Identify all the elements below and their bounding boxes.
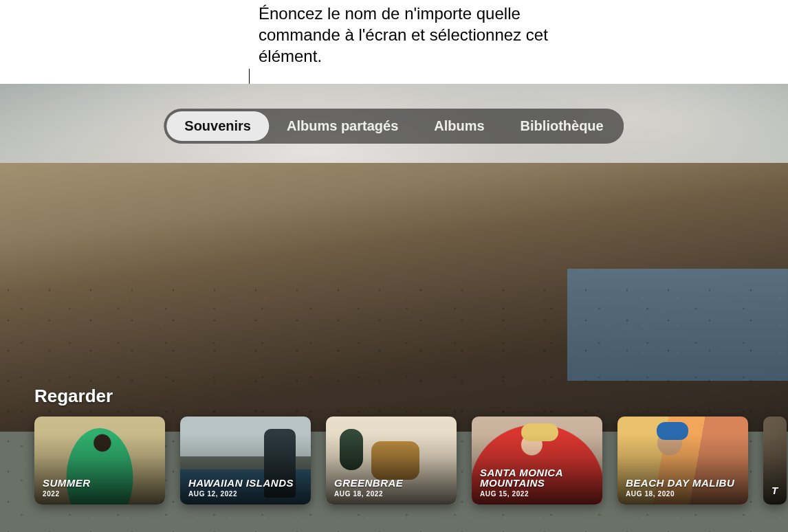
tab-bibliotheque[interactable]: Bibliothèque [503, 111, 622, 141]
memory-meta: GREENBRAE AUG 18, 2022 [334, 478, 450, 498]
memory-date: AUG 18, 2020 [626, 490, 741, 498]
memory-card-hawaiian-islands[interactable]: HAWAIIAN ISLANDS AUG 12, 2022 [180, 417, 311, 505]
memory-date: AUG 15, 2022 [480, 490, 595, 498]
top-tab-bar: Souvenirs Albums partagés Albums Bibliot… [164, 109, 624, 144]
memory-title: T [771, 485, 780, 496]
photos-app-screen: Souvenirs Albums partagés Albums Bibliot… [0, 84, 788, 532]
memory-card-beach-day-malibu[interactable]: BEACH DAY MALIBU AUG 18, 2020 [617, 417, 748, 505]
memory-title: SUMMER [43, 478, 158, 489]
memory-card-greenbrae[interactable]: GREENBRAE AUG 18, 2022 [326, 417, 457, 505]
memory-meta: HAWAIIAN ISLANDS AUG 12, 2022 [188, 478, 304, 498]
tab-albums-partages[interactable]: Albums partagés [269, 111, 416, 141]
shelf-title-regarder: Regarder [34, 386, 113, 407]
memory-title: HAWAIIAN ISLANDS [188, 478, 304, 489]
memory-date: 2022 [43, 490, 158, 498]
memory-meta: SUMMER 2022 [43, 478, 158, 498]
memory-card-santa-monica-mountains[interactable]: SANTA MONICA MOUNTAINS AUG 15, 2022 [472, 417, 602, 505]
memory-meta: T [771, 485, 780, 498]
memory-title: BEACH DAY MALIBU [626, 478, 741, 489]
memory-meta: BEACH DAY MALIBU AUG 18, 2020 [626, 478, 741, 498]
tab-albums[interactable]: Albums [416, 111, 502, 141]
help-annotation: Énoncez le nom de n'importe quelle comma… [259, 3, 589, 67]
memories-shelf[interactable]: SUMMER 2022 HAWAIIAN ISLANDS AUG 12, 202… [34, 417, 788, 505]
memory-meta: SANTA MONICA MOUNTAINS AUG 15, 2022 [480, 467, 595, 498]
memory-card-summer[interactable]: SUMMER 2022 [34, 417, 165, 505]
memory-title: SANTA MONICA MOUNTAINS [480, 467, 595, 489]
tab-souvenirs[interactable]: Souvenirs [166, 111, 269, 141]
memory-card-next-partial[interactable]: T [763, 417, 787, 505]
memory-title: GREENBRAE [334, 478, 450, 489]
memory-date: AUG 18, 2022 [334, 490, 450, 498]
memory-date: AUG 12, 2022 [188, 490, 304, 498]
